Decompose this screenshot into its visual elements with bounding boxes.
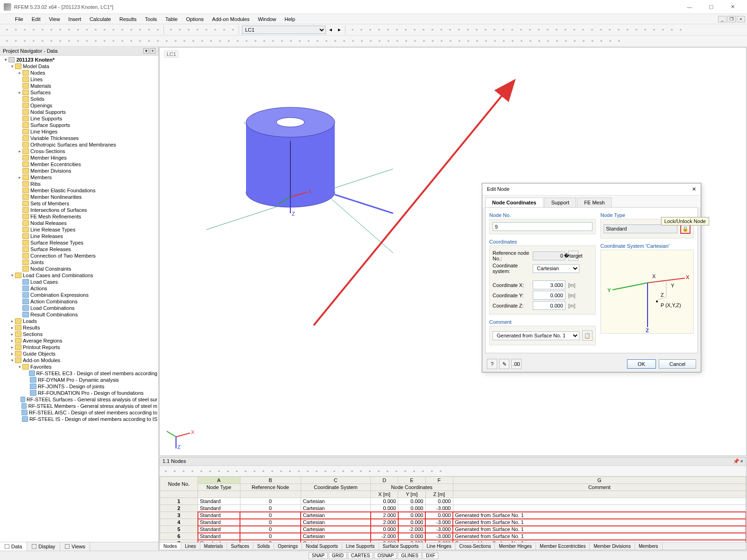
dlg-tab-femesh[interactable]: FE Mesh: [577, 197, 612, 207]
tb1c-btn-16[interactable]: ▫: [490, 26, 499, 34]
tree-item[interactable]: RF-STEEL EC3 - Design of steel members a…: [2, 370, 158, 377]
tb1c-btn-37[interactable]: ▫: [677, 26, 685, 34]
tb1-btn-8[interactable]: ▫: [74, 26, 82, 34]
tree-item[interactable]: Surface Release Types: [2, 239, 158, 246]
tb1c-btn-0[interactable]: ▫: [348, 26, 357, 34]
tree-item[interactable]: Member Nonlinearities: [2, 194, 158, 200]
tb1c-btn-26[interactable]: ▫: [579, 26, 587, 34]
table-tab[interactable]: Materials: [200, 543, 227, 550]
tb1c-btn-4[interactable]: ▫: [384, 26, 392, 34]
tb2-btn-47[interactable]: ▫: [420, 37, 428, 45]
tptb-26[interactable]: ▫: [392, 467, 401, 475]
tb2-btn-36[interactable]: ▫: [322, 37, 331, 45]
tb2-btn-62[interactable]: ▫: [553, 37, 561, 45]
tb1-btn-2[interactable]: ▫: [21, 26, 29, 34]
sb-snap[interactable]: SNAP: [309, 552, 328, 559]
tree-item[interactable]: RF-STEEL Surfaces - General stress analy…: [2, 396, 158, 403]
tree-item[interactable]: Result Combinations: [2, 311, 158, 318]
sb-grid[interactable]: GRID: [329, 552, 347, 559]
tb2-btn-2[interactable]: ▫: [21, 37, 29, 45]
tb1c-btn-27[interactable]: ▫: [588, 26, 596, 34]
tree-item[interactable]: Surface Releases: [2, 246, 158, 252]
tb1c-btn-34[interactable]: ▫: [650, 26, 658, 34]
tb2-btn-45[interactable]: ▫: [402, 37, 410, 45]
menu-window[interactable]: Window: [254, 15, 280, 23]
tb2-btn-5[interactable]: ▫: [47, 37, 56, 45]
tb1-btn-12[interactable]: ▫: [109, 26, 118, 34]
comment-pick[interactable]: 📋: [582, 330, 592, 341]
tb2-btn-4[interactable]: ▫: [38, 37, 47, 45]
dlg-help[interactable]: ?: [487, 359, 497, 369]
tb2-btn-55[interactable]: ▫: [491, 37, 499, 45]
tree-item[interactable]: ▸Loads: [2, 318, 158, 324]
minimize-button[interactable]: —: [679, 0, 700, 14]
sb-dxf[interactable]: DXF: [423, 552, 438, 559]
tree-item[interactable]: RF-JOINTS - Design of joints: [2, 383, 158, 390]
tb2-btn-58[interactable]: ▫: [517, 37, 526, 45]
tb1c-btn-32[interactable]: ▫: [632, 26, 641, 34]
tb1c-btn-28[interactable]: ▫: [597, 26, 605, 34]
navigator-tree[interactable]: ▾201123 Knoten* ▾Model Data ▸NodesLinesM…: [0, 56, 158, 542]
tptb-9[interactable]: ▫: [241, 467, 250, 475]
tb1c-btn-14[interactable]: ▫: [472, 26, 481, 34]
tb1-btn-4[interactable]: ▫: [38, 26, 47, 34]
tb2-btn-20[interactable]: ▫: [180, 37, 189, 45]
tree-item[interactable]: Ribs: [2, 181, 158, 187]
menu-addons[interactable]: Add-on Modules: [208, 15, 253, 23]
maximize-button[interactable]: ▢: [700, 0, 722, 14]
tree-item[interactable]: Load Cases: [2, 279, 158, 285]
tptb-3[interactable]: ▫: [188, 467, 197, 475]
tb2-btn-24[interactable]: ▫: [216, 37, 224, 45]
tb2-btn-15[interactable]: ▫: [136, 37, 144, 45]
tb1-btn-13[interactable]: ▫: [118, 26, 127, 34]
tptb-22[interactable]: ▫: [357, 467, 365, 475]
nav-tab-display[interactable]: Display: [27, 542, 60, 551]
tree-item[interactable]: ▸Sections: [2, 331, 158, 337]
tptb-29[interactable]: ▫: [419, 467, 427, 475]
nav-tab-views[interactable]: Views: [60, 542, 90, 551]
tree-item[interactable]: Action Combinations: [2, 298, 158, 305]
menu-insert[interactable]: Insert: [64, 15, 85, 23]
tb1-btn-0[interactable]: ▫: [3, 26, 11, 34]
tb2-btn-22[interactable]: ▫: [198, 37, 206, 45]
pick-ref-node[interactable]: �target: [568, 251, 578, 261]
tb2-btn-49[interactable]: ▫: [437, 37, 446, 45]
dlg-edit[interactable]: ✎: [499, 359, 509, 369]
tree-item[interactable]: ▸Nodes: [2, 70, 158, 76]
tb2-btn-1[interactable]: ▫: [12, 37, 20, 45]
tptb-10[interactable]: ▫: [250, 467, 259, 475]
tb1c-btn-9[interactable]: ▫: [428, 26, 437, 34]
tptb-20[interactable]: ▫: [339, 467, 347, 475]
menu-edit[interactable]: Edit: [28, 15, 44, 23]
tb2-btn-31[interactable]: ▫: [278, 37, 286, 45]
cancel-button[interactable]: Cancel: [659, 359, 696, 369]
tb1c-btn-23[interactable]: ▫: [552, 26, 561, 34]
tptb-14[interactable]: ▫: [286, 467, 294, 475]
tb1c-btn-29[interactable]: ▫: [606, 26, 614, 34]
tb2-btn-9[interactable]: ▫: [83, 37, 91, 45]
table-tab[interactable]: Line Hinges: [423, 543, 456, 550]
table-tab[interactable]: Nodal Supports: [302, 543, 342, 550]
nav-pin[interactable]: ▾: [143, 48, 149, 54]
tb2-btn-33[interactable]: ▫: [296, 37, 304, 45]
tb2-btn-51[interactable]: ▫: [455, 37, 464, 45]
tb2-btn-14[interactable]: ▫: [127, 37, 135, 45]
table-tab[interactable]: Line Supports: [342, 543, 379, 550]
tree-item[interactable]: Member Hinges: [2, 154, 158, 161]
coord-y-input[interactable]: [533, 291, 565, 300]
nav-tab-data[interactable]: Data: [0, 542, 27, 551]
tree-item[interactable]: ▸Average Regions: [2, 337, 158, 344]
3d-viewport[interactable]: LC1 X Z X Z: [159, 47, 747, 456]
tptb-1[interactable]: ▫: [170, 467, 179, 475]
tb1-btn-11[interactable]: ▫: [100, 26, 109, 34]
tptb-4[interactable]: ▫: [197, 467, 205, 475]
tree-item[interactable]: Line Supports: [2, 115, 158, 122]
dlg-units[interactable]: .00: [511, 359, 521, 369]
tb2-btn-34[interactable]: ▫: [304, 37, 313, 45]
tb1c-btn-20[interactable]: ▫: [526, 26, 534, 34]
tree-item[interactable]: ▸Results: [2, 324, 158, 331]
tb2-btn-25[interactable]: ▫: [225, 37, 233, 45]
tb2-btn-52[interactable]: ▫: [464, 37, 472, 45]
tb2-btn-12[interactable]: ▫: [109, 37, 118, 45]
tptb-6[interactable]: ▫: [215, 467, 223, 475]
